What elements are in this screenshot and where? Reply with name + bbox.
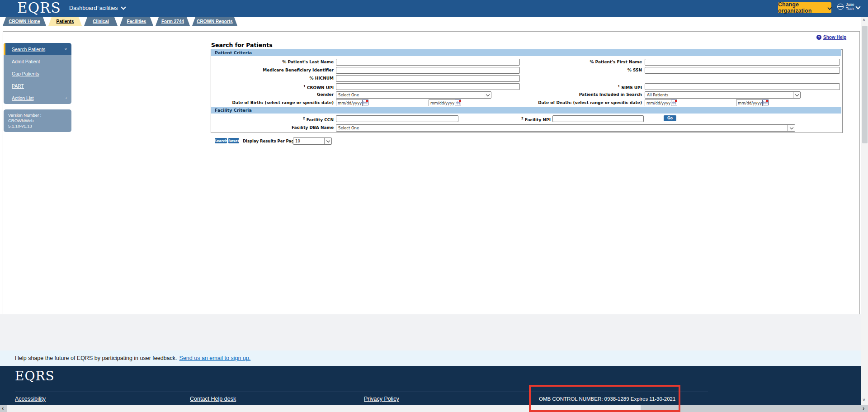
- patient-criteria-header: Patient Criteria: [211, 49, 841, 56]
- facility-npi-label: 2 Facility NPI: [521, 116, 551, 123]
- facility-criteria-title: Facility Criteria: [215, 108, 252, 113]
- tab-clinical[interactable]: Clinical: [84, 17, 118, 26]
- show-help-label: Show Help: [823, 35, 846, 40]
- sidebar-item-search-patients[interactable]: Search Patients ˅: [4, 43, 71, 55]
- vertical-scrollbar-thumb[interactable]: [862, 26, 868, 143]
- crown-upi-label: 1 CROWN UPI: [303, 84, 334, 90]
- sims-upi-sup: 1: [618, 85, 620, 88]
- user-chevron-down-icon: [856, 4, 861, 9]
- dod-start-placeholder: mm/dd/yyyy: [646, 101, 670, 105]
- sidebar-gap-patients-label: Gap Patients: [12, 71, 39, 76]
- page-title: Search for Patients: [211, 42, 273, 48]
- hicnum-input[interactable]: [336, 75, 520, 82]
- action-list-chevron-left-icon: ‹: [66, 96, 67, 100]
- reset-button[interactable]: Reset: [228, 138, 239, 143]
- gender-select-chevron-icon: [484, 92, 491, 98]
- scroll-right-icon[interactable]: ›: [863, 405, 864, 412]
- dod-start-input[interactable]: mm/dd/yyyy: [645, 99, 671, 106]
- sidebar-item-part[interactable]: PART: [4, 80, 71, 92]
- sidebar: Search Patients ˅ Admit Patient Gap Pati…: [4, 43, 71, 104]
- per-page-select-value: 10: [295, 139, 300, 143]
- dob-end-calendar-icon[interactable]: [455, 99, 461, 105]
- first-name-input[interactable]: [645, 59, 840, 66]
- eqrs-page: EQRS Dashboard Facilities Change organiz…: [0, 0, 868, 412]
- scroll-left-icon[interactable]: ‹: [2, 405, 4, 412]
- patients-included-select[interactable]: All Patients: [645, 91, 801, 99]
- help-icon: ?: [816, 35, 821, 40]
- last-name-input[interactable]: [336, 59, 520, 66]
- crown-upi-input[interactable]: [336, 83, 520, 90]
- nav-facilities[interactable]: Facilities: [96, 5, 125, 11]
- search-patients-chevron-down-icon: ˅: [65, 47, 67, 52]
- tab-crown-home[interactable]: CROWN Home: [3, 17, 46, 26]
- mbi-input[interactable]: [336, 67, 520, 74]
- dod-label: Date of Death: (select range or specific…: [538, 100, 642, 105]
- scroll-down-icon[interactable]: ˅: [863, 398, 865, 403]
- sidebar-item-gap-patients[interactable]: Gap Patients: [4, 67, 71, 80]
- sims-upi-label: 1 SIMS UPI: [618, 84, 642, 90]
- change-organization-button[interactable]: Change organization: [778, 2, 831, 13]
- ssn-input[interactable]: [645, 67, 840, 74]
- show-help-link[interactable]: ? Show Help: [816, 35, 846, 40]
- tab-patients[interactable]: Patients: [48, 17, 82, 26]
- go-button[interactable]: Go: [664, 115, 676, 121]
- sidebar-part-label: PART: [12, 83, 24, 89]
- patients-included-select-chevron-icon: [793, 92, 800, 98]
- nav-facilities-label: Facilities: [96, 5, 118, 11]
- facility-npi-sup: 2: [521, 117, 524, 120]
- facility-dba-select-chevron-icon: [788, 125, 795, 131]
- contact-help-desk-link[interactable]: Contact Help desk: [190, 396, 236, 402]
- vertical-scrollbar[interactable]: ˄ ˅: [861, 17, 868, 405]
- per-page-select[interactable]: 10: [293, 137, 332, 145]
- dob-start-placeholder: mm/dd/yyyy: [338, 101, 362, 105]
- user-menu[interactable]: June Tran: [837, 3, 860, 11]
- tab-facilities-label: Facilities: [127, 19, 146, 24]
- scroll-up-icon[interactable]: ˄: [863, 18, 865, 23]
- gender-select[interactable]: Select One: [336, 91, 491, 99]
- version-line2: 5.1.10-v1.13: [8, 123, 32, 128]
- eqrs-logo: EQRS: [17, 0, 61, 16]
- dod-end-placeholder: mm/dd/yyyy: [738, 101, 762, 105]
- gender-label: Gender: [317, 92, 334, 97]
- dod-end-input[interactable]: mm/dd/yyyy: [736, 99, 763, 106]
- crown-upi-text: CROWN UPI: [307, 85, 334, 90]
- accessibility-link[interactable]: Accessibility: [15, 396, 46, 402]
- tab-crown-reports[interactable]: CROWN Reports: [192, 17, 237, 26]
- facility-npi-input[interactable]: [552, 115, 644, 122]
- feedback-email-link[interactable]: Send us an email to sign up.: [179, 355, 251, 361]
- facility-ccn-label: 2 Facility CCN: [303, 116, 334, 123]
- sidebar-item-action-list[interactable]: Action List ‹: [4, 92, 71, 104]
- version-info: Version Number : CROWNWeb 5.1.10-v1.13: [4, 109, 71, 132]
- horizontal-scrollbar-thumb[interactable]: [7, 405, 641, 412]
- tab-facilities[interactable]: Facilities: [120, 17, 153, 26]
- user-last-name: Tran: [846, 6, 854, 11]
- mbi-label: Medicare Beneficiary Identifier: [263, 68, 334, 73]
- display-per-page-label: Display Results Per Page: [243, 139, 297, 144]
- facility-ccn-input[interactable]: [336, 115, 458, 122]
- dob-end-placeholder: mm/dd/yyyy: [430, 101, 454, 105]
- dob-end-input[interactable]: mm/dd/yyyy: [429, 99, 455, 106]
- tab-form-2744[interactable]: Form 2744: [156, 17, 190, 26]
- feedback-text: Help shape the future of EQRS by partici…: [15, 355, 177, 361]
- dod-end-calendar-icon[interactable]: [762, 99, 769, 105]
- footer-divider: [15, 392, 708, 392]
- change-organization-label: Change organization: [778, 1, 826, 14]
- horizontal-scrollbar[interactable]: ‹ ›: [0, 405, 868, 412]
- facility-ccn-text: Facility CCN: [307, 118, 334, 122]
- dob-start-calendar-icon[interactable]: [362, 99, 368, 105]
- sidebar-search-patients-label: Search Patients: [12, 47, 45, 52]
- dob-start-input[interactable]: mm/dd/yyyy: [336, 99, 363, 106]
- hicnum-label: % HICNUM: [310, 76, 334, 81]
- crown-upi-sup: 1: [303, 85, 306, 88]
- facility-dba-select[interactable]: Select One: [336, 124, 795, 132]
- nav-dashboard[interactable]: Dashboard: [69, 5, 97, 11]
- privacy-policy-link[interactable]: Privacy Policy: [364, 396, 399, 402]
- tab-patients-label: Patients: [57, 19, 74, 24]
- sidebar-item-admit-patient[interactable]: Admit Patient: [4, 55, 71, 67]
- facility-ccn-sup: 2: [303, 117, 305, 120]
- dod-start-calendar-icon[interactable]: [671, 99, 677, 105]
- ssn-label: % SSN: [627, 68, 642, 73]
- sims-upi-input[interactable]: [645, 83, 840, 90]
- search-button[interactable]: Search: [215, 138, 227, 143]
- app-footer: EQRS Accessibility Contact Help desk Pri…: [0, 366, 868, 405]
